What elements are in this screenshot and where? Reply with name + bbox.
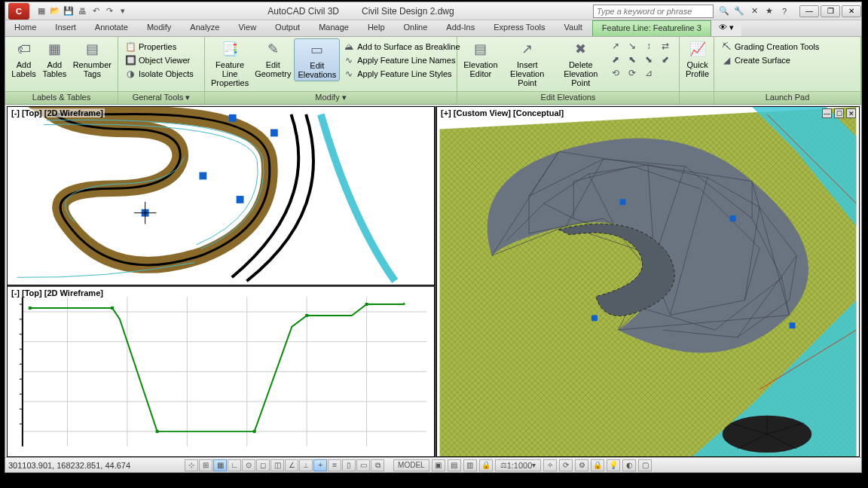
save-icon[interactable]: 💾 — [63, 5, 75, 17]
context-tab-extra[interactable]: 👁 ▾ — [711, 20, 741, 36]
apply-styles-button[interactable]: ∿Apply Feature Line Styles — [341, 67, 461, 81]
coordinates-readout[interactable]: 301103.901, 168232.851, 44.674 — [8, 461, 139, 470]
isolate-objects-button[interactable]: ◑Isolate Objects — [123, 67, 195, 81]
renumber-tags-button[interactable]: ▤Renumber Tags — [70, 38, 115, 80]
elev-tool-icon[interactable]: ↕ — [643, 40, 655, 52]
tab-output[interactable]: Output — [266, 20, 310, 36]
elev-tool-icon[interactable]: ⬋ — [659, 53, 671, 66]
tab-analyze[interactable]: Analyze — [181, 20, 229, 36]
feature-line-properties-button[interactable]: 📑Feature Line Properties — [208, 38, 252, 89]
elev-tool-icon[interactable]: ⬈ — [610, 53, 622, 66]
viewport-label[interactable]: [-] [Top] [2D Wireframe] — [10, 108, 105, 117]
anno-vis-icon[interactable]: ✧ — [543, 459, 557, 471]
edit-geometry-button[interactable]: ✎Edit Geometry — [252, 38, 294, 80]
open-icon[interactable]: 📂 — [49, 5, 61, 17]
tab-insert[interactable]: Insert — [46, 20, 86, 36]
vp-close-icon[interactable]: ✕ — [846, 108, 856, 118]
signin-icon[interactable]: 🔧 — [733, 5, 745, 17]
vp-min-icon[interactable]: ― — [822, 108, 832, 118]
elev-tool-icon[interactable]: ⟳ — [626, 67, 638, 79]
elev-tool-icon[interactable]: ⬉ — [626, 53, 638, 66]
elev-tool-icon[interactable]: ⟲ — [610, 67, 622, 79]
help-search-input[interactable] — [593, 5, 714, 18]
tab-vault[interactable]: Vault — [555, 20, 592, 36]
properties-button[interactable]: 📋Properties — [123, 40, 195, 53]
annotation-scale[interactable]: ⚖ 1:1000 ▾ — [495, 459, 542, 471]
qp-icon[interactable]: ▭ — [356, 459, 370, 471]
ws-icon[interactable]: ⚙ — [575, 459, 588, 471]
add-tables-button[interactable]: ▦Add Tables — [39, 38, 70, 80]
tpy-icon[interactable]: ▯ — [342, 459, 356, 471]
search-icon[interactable]: 🔍 — [718, 5, 730, 17]
infer-icon[interactable]: ⊹ — [185, 459, 198, 471]
tab-express[interactable]: Express Tools — [484, 20, 555, 36]
panel-label[interactable]: Labels & Tables — [5, 91, 118, 104]
elev-tool-icon[interactable] — [659, 67, 671, 79]
viewport-label[interactable]: [+] [Custom View] [Conceptual] — [439, 108, 565, 117]
lwt-icon[interactable]: ≡ — [328, 459, 341, 471]
elevation-editor-button[interactable]: ▤Elevation Editor — [460, 38, 501, 80]
viewport-label[interactable]: [-] [Top] [2D Wireframe] — [10, 288, 105, 297]
qv-drawing-icon[interactable]: ▥ — [463, 459, 477, 471]
insert-elev-point-button[interactable]: ↗Insert Elevation Point — [501, 38, 554, 89]
snap-icon[interactable]: ⊞ — [199, 459, 212, 471]
isolate-status-icon[interactable]: ◐ — [622, 459, 636, 471]
add-breakline-button[interactable]: ⛰Add to Surface as Breakline — [341, 40, 461, 53]
tab-addins[interactable]: Add-Ins — [437, 20, 484, 36]
tab-featureline-context[interactable]: Feature Line: Featureline 3 — [592, 20, 711, 36]
viewport-plan[interactable]: [-] [Top] [2D Wireframe] — [7, 106, 435, 285]
tab-modify[interactable]: Modify — [138, 20, 181, 36]
osnap-icon[interactable]: ◻ — [256, 459, 270, 471]
tab-manage[interactable]: Manage — [310, 20, 359, 36]
polar-icon[interactable]: ⊙ — [242, 459, 255, 471]
panel-label[interactable]: Modify ▾ — [205, 91, 457, 104]
toolbar-lock-icon[interactable]: 🔒 — [591, 459, 604, 471]
qv-layout-icon[interactable]: ▤ — [448, 459, 461, 471]
help-icon[interactable]: ? — [778, 5, 790, 17]
redo-icon[interactable]: ↷ — [103, 5, 115, 17]
exchange-icon[interactable]: ✕ — [748, 5, 760, 17]
tab-online[interactable]: Online — [395, 20, 438, 36]
plot-icon[interactable]: 🖶 — [76, 5, 88, 17]
elev-tool-icon[interactable]: ↗ — [610, 40, 622, 52]
anno-scale-icon[interactable]: 🔒 — [479, 459, 493, 471]
sc-icon[interactable]: ⧉ — [371, 459, 384, 471]
restore-button[interactable]: ❐ — [821, 5, 840, 17]
tab-help[interactable]: Help — [359, 20, 395, 36]
elev-tool-icon[interactable]: ⊿ — [643, 67, 655, 79]
tab-annotate[interactable]: Annotate — [86, 20, 138, 36]
panel-label[interactable]: General Tools ▾ — [118, 91, 204, 104]
star-icon[interactable]: ★ — [763, 5, 775, 17]
hardware-accel-icon[interactable]: 💡 — [607, 459, 620, 471]
viewport-profile[interactable]: [-] [Top] [2D Wireframe] — [7, 285, 435, 457]
tab-home[interactable]: Home — [5, 20, 46, 36]
apply-names-button[interactable]: ∿Apply Feature Line Names — [341, 53, 461, 67]
vp-max-icon[interactable]: ☐ — [834, 108, 844, 118]
undo-icon[interactable]: ↶ — [90, 5, 102, 17]
clean-screen-icon[interactable]: ▢ — [638, 459, 652, 471]
grid-icon[interactable]: ▦ — [213, 459, 227, 471]
object-viewer-button[interactable]: 🔲Object Viewer — [123, 53, 195, 67]
elev-tool-icon[interactable]: ⇄ — [659, 40, 671, 52]
delete-elev-point-button[interactable]: ✖Delete Elevation Point — [554, 38, 608, 89]
minimize-button[interactable]: ― — [799, 5, 819, 17]
ducs-icon[interactable]: ⟂ — [299, 459, 313, 471]
create-surface-button[interactable]: ◢Create Surface — [719, 53, 821, 67]
elev-tool-icon[interactable]: ⬊ — [643, 53, 655, 66]
model-space-button[interactable]: MODEL — [393, 459, 429, 471]
layout-icon[interactable]: ▣ — [432, 459, 445, 471]
new-icon[interactable]: ▦ — [35, 5, 47, 17]
dyn-icon[interactable]: + — [313, 459, 327, 471]
app-menu-button[interactable]: C — [8, 3, 29, 20]
edit-elevations-button[interactable]: ▭Edit Elevations — [294, 38, 340, 81]
grading-tools-button[interactable]: ⛏Grading Creation Tools — [719, 40, 821, 53]
ortho-icon[interactable]: ∟ — [228, 459, 241, 471]
anno-auto-icon[interactable]: ⟳ — [559, 459, 573, 471]
viewport-3d[interactable]: [+] [Custom View] [Conceptual] ― ☐ ✕ TOP — [436, 106, 860, 457]
qat-custom-icon[interactable]: ▾ — [117, 5, 129, 17]
quick-profile-button[interactable]: 📈Quick Profile — [683, 38, 712, 80]
add-labels-button[interactable]: 🏷Add Labels — [8, 38, 39, 80]
otrack-icon[interactable]: ∠ — [285, 459, 298, 471]
tab-view[interactable]: View — [229, 20, 266, 36]
elev-tool-icon[interactable]: ↘ — [626, 40, 638, 52]
